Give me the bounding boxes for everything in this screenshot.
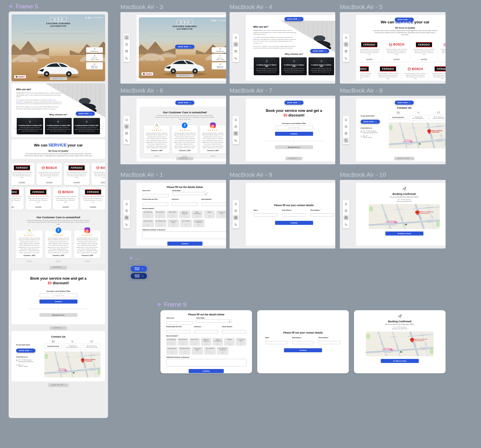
service-checkbox-chip[interactable]: Tyre and Wheel xyxy=(204,347,216,355)
service-checkbox-chip[interactable]: Air Conditioning xyxy=(166,338,177,346)
vehicle-needed-input[interactable] xyxy=(201,203,226,206)
book-now-button[interactable]: BOOK NOW»»» xyxy=(361,120,380,124)
artboard-label-mb6[interactable]: MacBook Air - 6 xyxy=(120,87,163,94)
service-checkbox-chip[interactable]: Logbook xyxy=(224,338,234,346)
service-checkbox-chip[interactable]: Oil, Lube and Filters xyxy=(216,210,226,218)
rail-about-icon[interactable] xyxy=(344,124,349,129)
checkbox[interactable] xyxy=(196,215,198,217)
service-checkbox-chip[interactable]: Brakes Repair xyxy=(167,210,178,218)
checkbox[interactable] xyxy=(184,215,186,217)
checkbox[interactable] xyxy=(147,215,149,217)
google-map[interactable]: Crown St Cathedral St Bourke St Corfu St… xyxy=(369,204,440,229)
service-checkbox-chip[interactable]: Air Conditioning xyxy=(142,210,154,218)
frame9-label[interactable]: ❖Frame 9 xyxy=(157,301,186,308)
see-more-link[interactable]: See More xyxy=(210,155,215,157)
car-dealers-link[interactable]: car dealers xyxy=(47,99,53,101)
book-now-default-variant[interactable]: BOOK NOW»»» xyxy=(131,266,147,272)
checkbox[interactable] xyxy=(160,224,162,226)
instagram-icon[interactable] xyxy=(85,17,87,19)
google-map[interactable]: Crown St Cathedral St Bourke St Corfu St… xyxy=(366,332,433,356)
google-map[interactable]: Crown St Cathedral St Bourke St Corfu St… xyxy=(44,351,101,377)
number-plate-input[interactable] xyxy=(275,126,313,129)
rail-contact-icon[interactable] xyxy=(344,222,349,227)
sticky-book-now-button[interactable]: BOOK NOW»»» xyxy=(284,101,304,105)
artboard-label-mb10[interactable]: MacBook Air - 10 xyxy=(340,171,386,178)
manual-fill-button[interactable]: Manually fill form xyxy=(39,313,77,317)
continue-button[interactable]: Continue xyxy=(275,132,313,136)
rail-home-icon[interactable] xyxy=(233,202,238,206)
see-more-link[interactable]: See More xyxy=(154,155,159,157)
kilometres-input[interactable] xyxy=(172,203,198,206)
artboard-label-mb1[interactable]: MacBook Air - 1 xyxy=(120,171,163,178)
service-checkbox-chip[interactable]: Safety Inspection xyxy=(166,347,178,355)
facebook-icon[interactable] xyxy=(214,20,216,22)
artboard-label-mb9[interactable]: MacBook Air - 9 xyxy=(230,171,272,178)
rail-home-icon[interactable] xyxy=(344,117,349,122)
see-more-link[interactable]: See More xyxy=(85,260,90,261)
rail-contact-icon[interactable] xyxy=(344,56,349,61)
service-checkbox-chip[interactable]: Road Worthy Check xyxy=(155,219,166,227)
wholesalers-link[interactable]: wholesalers xyxy=(253,39,260,40)
facebook-icon[interactable] xyxy=(88,17,90,19)
checkbox[interactable] xyxy=(185,224,187,226)
back-to-top-pill[interactable]: BACK TO TOP ↑ xyxy=(48,383,69,387)
checkbox[interactable] xyxy=(222,352,224,353)
checkbox[interactable] xyxy=(198,224,200,226)
service-checkbox-chip[interactable]: Road Worthy Check xyxy=(179,347,190,355)
learn-more-link[interactable]: Learn More xyxy=(73,181,80,183)
service-checkbox-chip[interactable]: Advanced Diagnostics xyxy=(179,210,190,218)
rail-home-icon[interactable] xyxy=(124,202,129,206)
car-dealers-link[interactable]: car dealers xyxy=(284,37,290,38)
component-set-label[interactable]: ❖ ... xyxy=(129,255,141,260)
instagram-icon[interactable] xyxy=(211,20,213,22)
email-card[interactable]: service@esauto.com.au xyxy=(44,340,62,350)
rail-booking-icon[interactable] xyxy=(344,49,349,54)
learn-more-link[interactable]: Learn More xyxy=(421,58,427,60)
rail-about-icon[interactable] xyxy=(124,42,129,47)
service-checkbox-chip[interactable]: Transmission Repair xyxy=(192,347,203,355)
rail-home-icon[interactable] xyxy=(344,202,349,206)
service-checkbox-chip[interactable]: Oil, Lube and Filters xyxy=(236,338,246,346)
checkbox[interactable] xyxy=(240,343,242,345)
frame5-label[interactable]: ❖Frame 5 xyxy=(9,3,38,10)
checkbox[interactable] xyxy=(172,215,173,217)
rail-booking-icon[interactable] xyxy=(344,215,349,220)
sticky-book-now-button[interactable]: BOOK NOW»»» xyxy=(284,17,304,21)
continue-button[interactable]: Continue xyxy=(39,300,77,304)
continue-button[interactable]: Continue xyxy=(189,369,224,373)
sticky-book-now-button[interactable]: BOOK NOW»»» xyxy=(395,101,414,105)
comments-textarea[interactable] xyxy=(142,231,226,239)
email-input[interactable] xyxy=(292,341,314,344)
about-us-anchor-pill[interactable]: ABOUT US ⌄ xyxy=(176,74,194,77)
service-checkbox-chip[interactable]: Transmission Repair xyxy=(168,219,179,227)
rail-about-icon[interactable] xyxy=(344,208,349,213)
rail-about-icon[interactable] xyxy=(124,124,129,129)
see-more-link[interactable]: See More xyxy=(56,260,61,261)
rail-about-icon[interactable] xyxy=(233,124,238,129)
learn-more-link[interactable]: Learn More xyxy=(35,206,41,207)
service-checkbox-chip[interactable]: Brakes Repair xyxy=(190,338,200,346)
comments-textarea[interactable] xyxy=(166,359,246,366)
rail-booking-icon[interactable] xyxy=(124,49,129,54)
rail-contact-icon[interactable] xyxy=(233,138,238,143)
sticky-book-now-button[interactable]: BOOK NOW»»» xyxy=(395,18,414,22)
service-checkbox-chip[interactable]: Advanced Diagnostics xyxy=(201,338,211,346)
carousel-prev-button[interactable]: ‹ xyxy=(251,64,254,69)
checkbox[interactable] xyxy=(171,352,173,353)
learn-more-link[interactable]: Learn More xyxy=(393,58,400,60)
rail-about-icon[interactable] xyxy=(233,208,238,213)
phone-input[interactable] xyxy=(310,213,334,217)
rail-booking-icon[interactable] xyxy=(124,131,129,136)
checkbox[interactable] xyxy=(184,352,185,353)
artboard-label-mb8[interactable]: MacBook Air - 8 xyxy=(340,87,382,94)
name-input[interactable] xyxy=(254,213,277,217)
checkbox[interactable] xyxy=(217,343,219,345)
learn-more-link[interactable]: Learn More xyxy=(19,181,25,183)
checkbox[interactable] xyxy=(221,215,223,217)
checkbox[interactable] xyxy=(182,343,184,345)
artboard-label-mb3[interactable]: MacBook Air - 3 xyxy=(120,3,163,10)
carousel-prev-button[interactable]: ‹ xyxy=(14,124,17,129)
see-more-link[interactable]: See More xyxy=(182,155,187,157)
name-input[interactable] xyxy=(265,341,287,344)
rail-home-icon[interactable] xyxy=(233,117,238,122)
